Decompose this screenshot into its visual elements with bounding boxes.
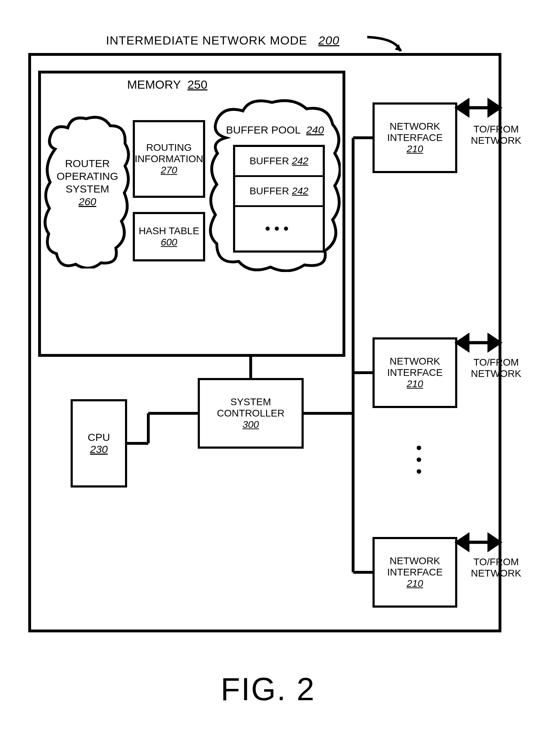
cpu-box: CPU 230 xyxy=(71,399,127,488)
tofrom-label: TO/FROM NETWORK xyxy=(470,124,523,146)
network-interface-box: NETWORK INTERFACE 210 xyxy=(373,337,457,408)
title-num: 200 xyxy=(318,34,340,47)
diagram-title: INTERMEDIATE NETWORK MODE 200 xyxy=(106,34,339,47)
buffer-pool-label: BUFFER POOL 240 xyxy=(226,124,332,136)
network-interface-box: NETWORK INTERFACE 210 xyxy=(373,102,457,173)
title-text: INTERMEDIATE NETWORK MODE xyxy=(106,34,307,47)
stage: INTERMEDIATE NETWORK MODE 200 MEMORY 250… xyxy=(0,0,536,756)
hash-table-box: HASH TABLE 600 xyxy=(133,212,205,261)
routing-info-box: ROUTING INFORMATION 270 xyxy=(133,120,205,198)
tofrom-label: TO/FROM NETWORK xyxy=(470,357,523,379)
buffer-ellipsis-icon: ••• xyxy=(235,207,323,250)
figure-label: FIG. 2 xyxy=(0,671,536,708)
tofrom-label: TO/FROM NETWORK xyxy=(470,556,523,579)
network-interface-box: NETWORK INTERFACE 210 xyxy=(373,537,457,608)
memory-label: MEMORY 250 xyxy=(127,78,207,91)
vertical-ellipsis-icon: ••• xyxy=(410,445,428,480)
system-controller-box: SYSTEM CONTROLLER 300 xyxy=(198,378,304,449)
title-arrow-icon xyxy=(364,35,406,55)
buffer-pool-inner-box: BUFFER242 BUFFER242 ••• xyxy=(233,145,325,253)
buffer-row: BUFFER242 xyxy=(235,147,323,177)
buffer-row: BUFFER242 xyxy=(235,177,323,207)
os-cloud-text: ROUTER OPERATING SYSTEM 260 xyxy=(53,157,122,208)
